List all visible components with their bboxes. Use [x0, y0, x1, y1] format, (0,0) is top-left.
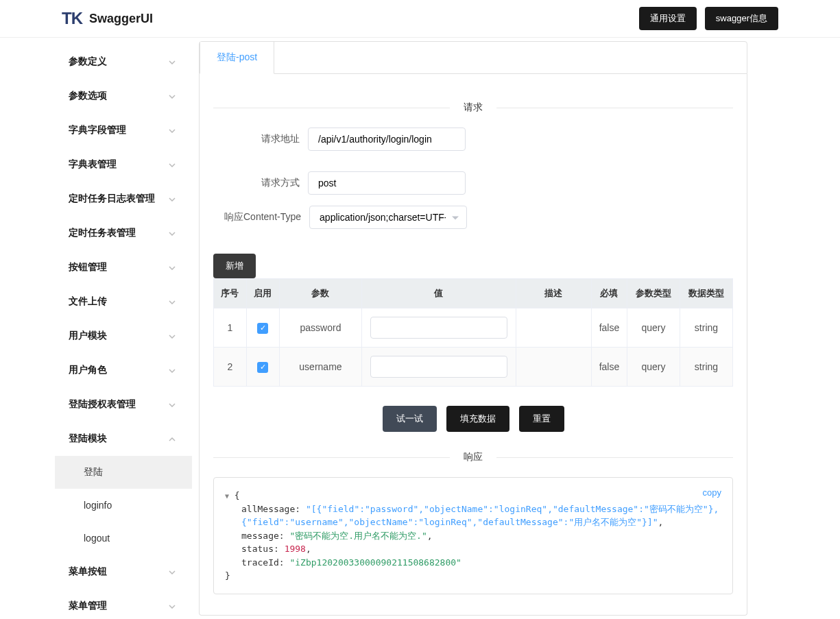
sidebar-item-label: 菜单按钮 — [69, 566, 169, 578]
sidebar-sub-item[interactable]: logout — [55, 522, 192, 555]
col-param: 参数 — [279, 279, 361, 308]
enable-checkbox[interactable]: ✓ — [257, 362, 268, 373]
sidebar-item-label: 参数选项 — [69, 90, 169, 102]
json-message-value: "密码不能为空.用户名不能为空." — [289, 531, 427, 541]
chevron-down-icon — [169, 127, 176, 134]
sidebar-sub-item[interactable]: loginfo — [55, 489, 192, 522]
main-content: 登陆-post 请求 请求地址 请求方式 响应Content-Type — [192, 38, 761, 619]
sidebar-item[interactable]: 菜单按钮 — [55, 555, 192, 589]
col-index: 序号 — [214, 279, 247, 308]
request-url-input[interactable] — [308, 128, 466, 151]
content-type-label: 响应Content-Type — [224, 211, 301, 223]
chevron-down-icon — [169, 603, 176, 610]
logo: TK — [62, 9, 82, 28]
caret-down-icon[interactable]: ▼ — [225, 491, 229, 501]
header-right: 通用设置 swagger信息 — [639, 7, 778, 30]
cell-enable: ✓ — [246, 348, 279, 387]
sidebar-item[interactable]: 登陆授权表管理 — [55, 387, 192, 422]
cell-index: 2 — [214, 348, 247, 387]
sidebar-item[interactable]: 定时任务表管理 — [55, 216, 192, 250]
sidebar-item-label: 登陆模块 — [69, 433, 169, 445]
chevron-down-icon — [169, 93, 176, 100]
response-box: copy ▼ { allMessage: "[{"field":"passwor… — [213, 477, 733, 594]
sidebar-item[interactable]: 参数选项 — [55, 79, 192, 113]
header-left: TK SwaggerUI — [62, 9, 153, 28]
sidebar: 参数定义参数选项字典字段管理字典表管理定时任务日志表管理定时任务表管理按钮管理文… — [55, 38, 192, 619]
col-desc: 描述 — [516, 279, 591, 308]
sidebar-item-label: 定时任务表管理 — [69, 227, 169, 239]
chevron-down-icon — [169, 568, 176, 576]
sidebar-item-label: 用户模块 — [69, 330, 169, 342]
sidebar-item-label: 参数定义 — [69, 56, 169, 68]
col-data-type: 数据类型 — [680, 279, 732, 308]
cell-required: false — [591, 348, 627, 387]
fill-data-button[interactable]: 填充数据 — [446, 406, 509, 432]
request-url-label: 请求地址 — [261, 133, 300, 145]
col-enable: 启用 — [246, 279, 279, 308]
sidebar-item-label: 按钮管理 — [69, 261, 169, 274]
response-section-title: 响应 — [213, 451, 733, 463]
sidebar-item-label: 登陆授权表管理 — [69, 398, 169, 411]
param-value-input[interactable] — [370, 356, 507, 378]
request-method-input[interactable] — [308, 171, 466, 195]
sidebar-item[interactable]: 字典表管理 — [55, 147, 192, 182]
add-param-button[interactable]: 新增 — [213, 254, 256, 278]
col-param-type: 参数类型 — [627, 279, 680, 308]
sidebar-item-label: 字典表管理 — [69, 158, 169, 171]
cell-desc — [516, 308, 591, 348]
cell-index: 1 — [214, 308, 247, 348]
try-button[interactable]: 试一试 — [383, 406, 437, 432]
enable-checkbox[interactable]: ✓ — [257, 323, 268, 334]
json-viewer: ▼ { allMessage: "[{"field":"password","o… — [225, 489, 721, 583]
col-value: 值 — [361, 279, 516, 308]
sidebar-item-label: 字典字段管理 — [69, 124, 169, 136]
sidebar-item[interactable]: 登陆模块 — [55, 422, 192, 456]
col-required: 必填 — [591, 279, 627, 308]
sidebar-item[interactable]: 定时任务日志表管理 — [55, 182, 192, 216]
cell-enable: ✓ — [246, 308, 279, 348]
sidebar-sub-item[interactable]: 登陆 — [55, 456, 192, 489]
table-row: 2✓usernamefalsequerystring — [214, 348, 733, 387]
chevron-down-icon — [169, 264, 176, 271]
chevron-down-icon — [169, 195, 176, 203]
header: TK SwaggerUI 通用设置 swagger信息 — [0, 0, 840, 38]
sidebar-item-label: 菜单管理 — [69, 600, 169, 612]
sidebar-item[interactable]: 用户角色 — [55, 353, 192, 387]
sidebar-item-label: 定时任务日志表管理 — [69, 193, 169, 205]
cell-desc — [516, 348, 591, 387]
chevron-up-icon — [169, 435, 176, 443]
tab-login-post[interactable]: 登陆-post — [200, 42, 274, 74]
table-row: 1✓passwordfalsequerystring — [214, 308, 733, 348]
sidebar-item[interactable]: 参数定义 — [55, 45, 192, 79]
sidebar-item-label: 用户角色 — [69, 364, 169, 376]
cell-value — [361, 348, 516, 387]
sidebar-item-label: 文件上传 — [69, 295, 169, 308]
cell-value — [361, 308, 516, 348]
tabs: 登陆-post — [199, 41, 747, 74]
reset-button[interactable]: 重置 — [519, 406, 564, 432]
copy-link[interactable]: copy — [703, 486, 721, 500]
sidebar-item[interactable]: 按钮管理 — [55, 250, 192, 284]
chevron-down-icon — [169, 367, 176, 374]
sidebar-item[interactable]: 字典字段管理 — [55, 113, 192, 147]
request-method-label: 请求方式 — [261, 177, 300, 189]
sidebar-item[interactable]: 文件上传 — [55, 284, 192, 319]
chevron-down-icon — [169, 58, 176, 66]
cell-param: username — [279, 348, 361, 387]
chevron-down-icon — [169, 298, 176, 306]
cell-required: false — [591, 308, 627, 348]
params-table: 序号 启用 参数 值 描述 必填 参数类型 数据类型 1✓passwordfal… — [213, 278, 733, 387]
general-settings-button[interactable]: 通用设置 — [639, 7, 697, 30]
swagger-info-button[interactable]: swagger信息 — [705, 7, 778, 30]
cell-param-type: query — [627, 308, 680, 348]
sidebar-item[interactable]: 菜单管理 — [55, 589, 192, 619]
content-type-select[interactable] — [309, 206, 467, 229]
chevron-down-icon — [169, 332, 176, 340]
chevron-down-icon — [169, 401, 176, 409]
json-status-value: 1998 — [285, 544, 306, 554]
cell-param-type: query — [627, 348, 680, 387]
json-traceid-value: "iZbp12020033000090211508682800" — [289, 557, 461, 568]
param-value-input[interactable] — [370, 317, 507, 339]
request-section-title: 请求 — [213, 101, 733, 114]
sidebar-item[interactable]: 用户模块 — [55, 319, 192, 353]
